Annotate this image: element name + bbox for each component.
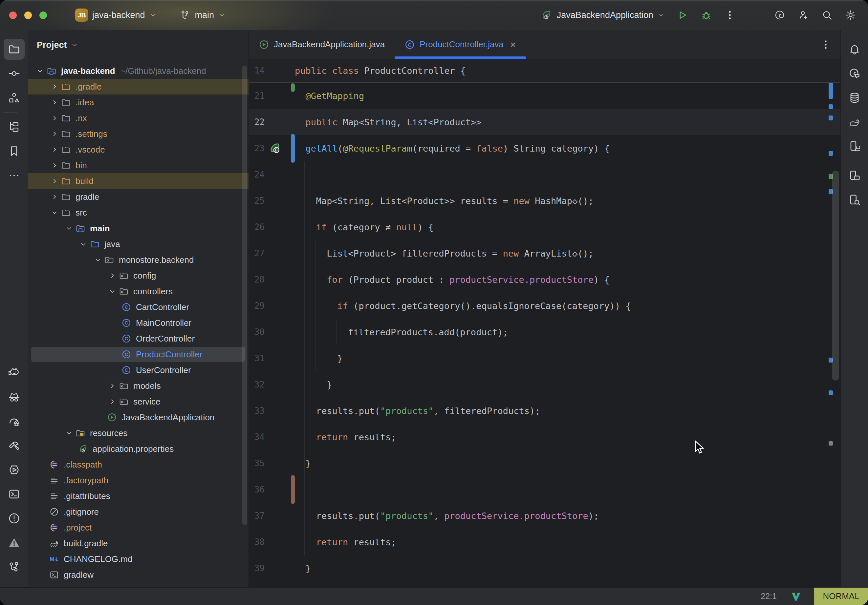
- gutter[interactable]: 38: [249, 529, 295, 555]
- code-line-21[interactable]: 21@GetMapping: [249, 83, 840, 109]
- chevron-right-icon[interactable]: [106, 270, 118, 282]
- run-configuration-widget[interactable]: JavaBackendApplication: [540, 9, 665, 21]
- git-branch-icon[interactable]: [4, 557, 25, 577]
- line-number[interactable]: 37: [249, 511, 265, 521]
- code-line-38[interactable]: 38return results;: [249, 529, 840, 555]
- chevron-down-icon[interactable]: [92, 254, 104, 266]
- editor-scrollbar[interactable]: [832, 170, 839, 381]
- tree-item--factorypath[interactable]: .factorypath: [28, 472, 248, 488]
- code-line-36[interactable]: 36: [249, 477, 840, 503]
- chevron-right-icon[interactable]: [49, 144, 60, 156]
- chevron-down-icon[interactable]: [34, 65, 46, 77]
- tree-item-src[interactable]: src: [28, 205, 248, 220]
- change-stripe-mark[interactable]: [829, 116, 833, 121]
- gradle-icon[interactable]: [844, 111, 865, 133]
- line-number[interactable]: 21: [249, 91, 265, 101]
- line-number[interactable]: 32: [249, 380, 265, 390]
- tree-item-javabackendapplication[interactable]: JavaBackendApplication: [28, 410, 248, 425]
- gutter[interactable]: 33: [249, 398, 295, 424]
- gutter[interactable]: 22: [249, 109, 295, 135]
- rest-endpoint-icon[interactable]: [268, 141, 282, 155]
- tree-item-bin[interactable]: bin: [28, 158, 248, 173]
- modified-lines-marker[interactable]: [291, 134, 295, 163]
- tree-item--nx[interactable]: .nx: [28, 110, 248, 126]
- code-line-31[interactable]: 31}: [249, 345, 840, 371]
- line-number[interactable]: 38: [249, 537, 265, 547]
- code-line-28[interactable]: 28for (Product product : productService.…: [249, 266, 840, 292]
- warning-icon[interactable]: [4, 532, 25, 553]
- gutter[interactable]: 25: [249, 188, 295, 214]
- chevron-down-icon[interactable]: [63, 223, 75, 234]
- tree-item-application-properties[interactable]: application.properties: [28, 441, 248, 457]
- debug-button[interactable]: [700, 9, 712, 21]
- tree-item-ordercontroller[interactable]: COrderController: [28, 331, 248, 347]
- code-line-29[interactable]: 29if (product.getCategory().equalsIgnore…: [249, 292, 840, 319]
- chevron-down-icon[interactable]: [78, 238, 89, 250]
- gutter[interactable]: 23: [249, 135, 295, 161]
- tree-item-gradlew-bat[interactable]: gradlew.bat: [28, 583, 248, 587]
- gutter[interactable]: 29: [249, 292, 295, 319]
- ai-assistant-icon[interactable]: [773, 9, 786, 21]
- code-line-25[interactable]: 25Map<String, List<Product>> results = n…: [249, 188, 840, 214]
- code-line-23[interactable]: 23getAll(@RequestParam(required = false)…: [249, 135, 840, 161]
- gutter[interactable]: 21: [249, 83, 295, 109]
- code-line-35[interactable]: 35}: [249, 450, 840, 477]
- code-line-24[interactable]: 24: [249, 161, 840, 188]
- database-icon[interactable]: [844, 87, 865, 108]
- chevron-right-icon[interactable]: [49, 191, 60, 203]
- gutter[interactable]: 26: [249, 214, 295, 240]
- tree-item--gitattributes[interactable]: .gitattributes: [28, 488, 248, 504]
- tree-item-models[interactable]: models: [28, 378, 248, 394]
- tree-item-java-backend[interactable]: java-backend~/Github/java-backend: [28, 63, 248, 79]
- gutter[interactable]: 28: [249, 266, 295, 292]
- gutter[interactable]: 27: [249, 240, 295, 266]
- chevron-right-icon[interactable]: [49, 112, 60, 124]
- line-number[interactable]: 22: [249, 117, 265, 127]
- settings-gear-icon[interactable]: [844, 9, 857, 21]
- running-devices-icon[interactable]: [844, 165, 865, 186]
- build-hammer-icon[interactable]: [4, 435, 25, 456]
- minimize-window-button[interactable]: [24, 11, 32, 19]
- branch-widget[interactable]: main: [178, 9, 226, 21]
- gutter[interactable]: 39: [249, 555, 295, 581]
- chevron-right-icon[interactable]: [49, 96, 60, 108]
- code-line-26[interactable]: 26if (category ≠ null) {: [249, 214, 840, 240]
- change-stripe-mark[interactable]: [829, 441, 833, 446]
- device-explorer-icon[interactable]: [844, 189, 865, 210]
- chevron-right-icon[interactable]: [106, 380, 118, 392]
- problems-icon[interactable]: [4, 508, 25, 529]
- chevron-down-icon[interactable]: [70, 41, 79, 49]
- line-number[interactable]: 30: [249, 327, 265, 337]
- tree-item-main[interactable]: main: [28, 220, 248, 236]
- line-number[interactable]: 25: [249, 196, 265, 206]
- more-actions-kebab-icon[interactable]: [724, 9, 736, 21]
- cat-ai-icon[interactable]: [4, 362, 25, 383]
- ai-assistant-icon[interactable]: [844, 63, 865, 84]
- code-line-34[interactable]: 34return results;: [249, 424, 840, 450]
- change-stripe-mark[interactable]: [829, 104, 833, 109]
- code-line-27[interactable]: 27List<Product> filteredProducts = new A…: [249, 240, 840, 266]
- added-lines-marker[interactable]: [291, 84, 295, 92]
- notifications-bell-icon[interactable]: [844, 39, 865, 60]
- chevron-right-icon[interactable]: [49, 128, 60, 140]
- chevron-right-icon[interactable]: [106, 396, 118, 407]
- line-number[interactable]: 31: [249, 353, 265, 363]
- code-line-30[interactable]: 30filteredProducts.add(product);: [249, 319, 840, 345]
- structure-icon[interactable]: [4, 87, 25, 108]
- project-tree-scrollbar[interactable]: [242, 66, 247, 525]
- gutter[interactable]: 34: [249, 424, 295, 450]
- gutter[interactable]: 36: [249, 477, 295, 503]
- line-number[interactable]: 34: [249, 432, 265, 442]
- tree-item-resources[interactable]: resources: [28, 425, 248, 441]
- tab-options-kebab-icon[interactable]: [819, 39, 832, 51]
- gutter[interactable]: 35: [249, 450, 295, 477]
- line-number[interactable]: 33: [249, 406, 265, 416]
- tree-item-service[interactable]: service: [28, 394, 248, 410]
- chevron-right-icon[interactable]: [49, 81, 60, 93]
- tree-item-build[interactable]: build: [28, 173, 248, 189]
- code-with-me-user-plus-icon[interactable]: [797, 9, 809, 21]
- device-manager-icon[interactable]: [844, 136, 865, 157]
- incognito-icon[interactable]: [4, 387, 25, 407]
- line-number[interactable]: 39: [249, 563, 265, 573]
- tree-item--idea[interactable]: .idea: [28, 94, 248, 110]
